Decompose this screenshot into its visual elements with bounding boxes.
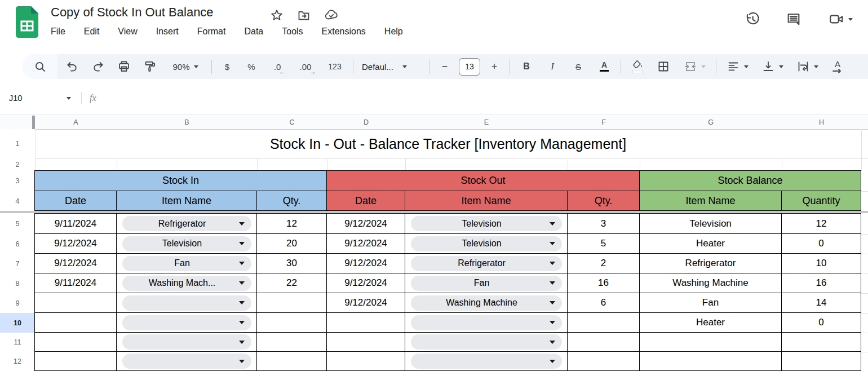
cell-B4-header[interactable]: Item Name [116, 191, 257, 211]
row-header-5[interactable]: 5 [0, 214, 36, 235]
cell-A6[interactable]: 9/12/2024 [34, 233, 117, 254]
cell-F4-header[interactable]: Qty. [567, 191, 640, 211]
dropdown-chip-B9[interactable] [122, 295, 251, 311]
cell-D6[interactable]: 9/12/2024 [326, 233, 405, 254]
cell-B11[interactable] [116, 332, 257, 352]
menu-edit[interactable]: Edit [83, 25, 101, 38]
cell-D11[interactable] [326, 332, 405, 352]
row-header-11[interactable]: 11 [0, 333, 36, 352]
dropdown-chip-B11[interactable] [122, 334, 251, 350]
print-icon[interactable] [113, 54, 135, 79]
cell-C4-header[interactable]: Qty. [256, 191, 327, 211]
cell-H12[interactable] [781, 351, 861, 371]
cell-B12[interactable] [116, 351, 257, 371]
cell-B6[interactable]: Television [116, 233, 257, 254]
cell-E4-header[interactable]: Item Name [405, 191, 568, 211]
menu-file[interactable]: File [50, 25, 67, 38]
cell-C12[interactable] [256, 351, 327, 371]
decrease-font-size-button[interactable]: − [435, 54, 455, 79]
cell-F10[interactable] [567, 312, 640, 333]
row-header-3[interactable]: 3 [0, 171, 36, 192]
cell-A7[interactable]: 9/12/2024 [34, 253, 117, 273]
menu-insert[interactable]: Insert [155, 25, 180, 38]
cell-F6[interactable]: 5 [567, 233, 640, 254]
cell-G7[interactable]: Refrigerator [639, 253, 782, 273]
cell-section-stock-balance[interactable]: Stock Balance [639, 170, 861, 191]
menu-view[interactable]: View [117, 25, 138, 38]
cell-E7[interactable]: Refrigerator [405, 253, 568, 273]
cell-E10[interactable] [405, 312, 568, 333]
format-percent-button[interactable]: % [241, 54, 262, 79]
column-header-A[interactable]: A [35, 116, 117, 130]
text-wrap-button[interactable] [791, 54, 823, 79]
cell-F7[interactable]: 2 [567, 253, 640, 273]
cell-H10[interactable]: 0 [781, 312, 861, 333]
cell-E5[interactable]: Television [405, 213, 568, 234]
column-header-G[interactable]: G [640, 116, 782, 130]
cell-G8[interactable]: Washing Machine [639, 273, 782, 293]
increase-decimal-button[interactable]: .00→ [293, 54, 318, 79]
dropdown-chip-E9[interactable]: Washing Machine [411, 295, 562, 311]
dropdown-chip-B5[interactable]: Refrigerator [122, 216, 251, 231]
cell-B5[interactable]: Refrigerator [116, 213, 257, 234]
search-icon[interactable] [23, 54, 57, 79]
cell-D10[interactable] [326, 312, 405, 333]
video-call-icon[interactable] [829, 11, 858, 27]
comment-icon[interactable] [786, 11, 801, 27]
dropdown-chip-E7[interactable]: Refrigerator [411, 256, 562, 271]
vertical-align-button[interactable] [756, 54, 788, 79]
cell-H9[interactable]: 14 [781, 293, 861, 313]
cell-G4-header[interactable]: Item Name [639, 191, 782, 211]
row-header-10[interactable]: 10 [0, 313, 36, 333]
cell-E11[interactable] [405, 332, 568, 352]
cell-G6[interactable]: Heater [639, 233, 782, 254]
row-header-8[interactable]: 8 [0, 273, 36, 294]
horizontal-align-button[interactable] [721, 54, 753, 79]
document-title[interactable]: Copy of Stock In Out Balance [51, 5, 214, 20]
cell-B8[interactable]: Washing Mach... [116, 273, 257, 293]
cell-G9[interactable]: Fan [639, 293, 782, 313]
row-header-4[interactable]: 4 [0, 191, 36, 211]
name-box[interactable]: J10 [9, 94, 71, 103]
column-header-F[interactable]: F [568, 116, 640, 130]
cell-D9[interactable]: 9/12/2024 [326, 293, 405, 313]
cell-F9[interactable]: 6 [567, 293, 640, 313]
dropdown-chip-E6[interactable]: Television [411, 236, 562, 251]
cell-H4-header[interactable]: Quantity [781, 191, 861, 211]
row-header-9[interactable]: 9 [0, 293, 36, 313]
cell-H6[interactable]: 0 [781, 233, 861, 254]
dropdown-chip-B7[interactable]: Fan [122, 256, 251, 271]
strikethrough-button[interactable]: S [567, 54, 590, 79]
column-header-partial[interactable] [861, 116, 868, 130]
cell-B10[interactable] [116, 312, 257, 333]
dropdown-chip-B12[interactable] [122, 354, 251, 369]
row-header-12[interactable]: 12 [0, 352, 36, 371]
menu-help[interactable]: Help [383, 25, 404, 38]
cell-B9[interactable] [116, 293, 257, 313]
cell-G12[interactable] [639, 351, 782, 371]
paint-format-icon[interactable] [139, 54, 161, 79]
dropdown-chip-E10[interactable] [411, 315, 562, 330]
cell-C11[interactable] [256, 332, 327, 352]
cell-A11[interactable] [34, 332, 117, 352]
dropdown-chip-E8[interactable]: Fan [411, 276, 562, 291]
star-icon[interactable] [270, 8, 284, 22]
increase-font-size-button[interactable]: + [484, 54, 504, 79]
menu-format[interactable]: Format [196, 25, 227, 38]
version-history-icon[interactable] [745, 11, 760, 27]
dropdown-chip-E12[interactable] [411, 354, 562, 369]
cell-G11[interactable] [639, 332, 782, 352]
dropdown-chip-E11[interactable] [411, 334, 562, 350]
cell-C9[interactable] [256, 293, 327, 313]
cloud-status-icon[interactable] [324, 8, 338, 22]
dropdown-chip-E5[interactable]: Television [411, 216, 562, 231]
select-all-corner[interactable] [0, 116, 36, 130]
font-family-select[interactable]: Defaul... [358, 54, 424, 79]
cell-A5[interactable]: 9/11/2024 [34, 213, 117, 234]
cell-F11[interactable] [567, 332, 640, 352]
cell-A4-header[interactable]: Date [34, 191, 117, 211]
menu-extensions[interactable]: Extensions [321, 25, 367, 38]
cell-B7[interactable]: Fan [116, 253, 257, 273]
cell-D8[interactable]: 9/12/2024 [326, 273, 405, 293]
cell-A8[interactable]: 9/11/2024 [34, 273, 117, 293]
